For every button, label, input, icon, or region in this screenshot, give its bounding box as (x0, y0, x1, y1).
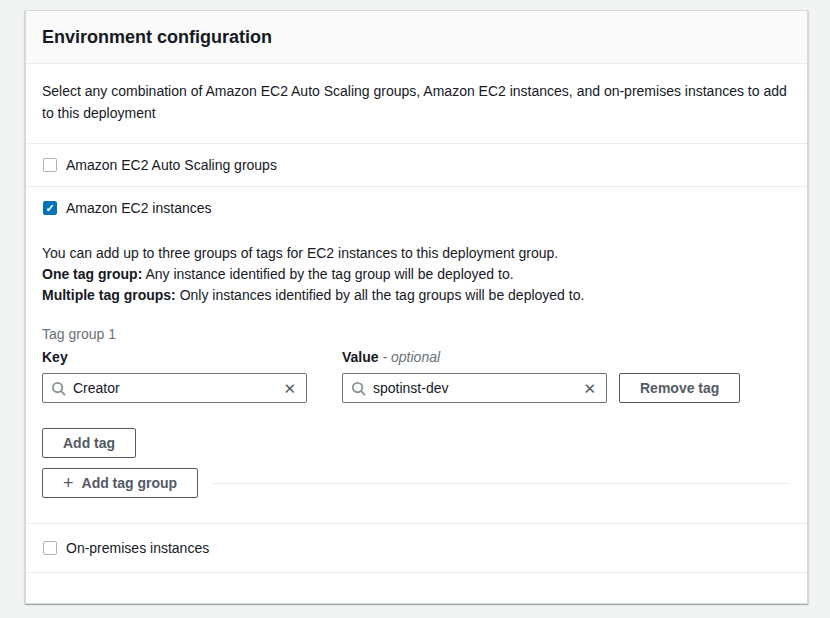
on-premises-checkbox-label[interactable]: On-premises instances (66, 540, 209, 556)
tag-help-line-3: Multiple tag groups: Only instances iden… (42, 285, 791, 306)
search-icon (51, 381, 66, 396)
divider (26, 572, 807, 573)
add-tag-group-button[interactable]: +Add tag group (42, 468, 198, 498)
intro-text: Select any combination of Amazon EC2 Aut… (42, 80, 791, 124)
checkmark-icon: ✓ (45, 203, 54, 214)
checkbox-row-on-premises: On-premises instances (42, 524, 791, 572)
auto-scaling-checkbox-label[interactable]: Amazon EC2 Auto Scaling groups (66, 157, 277, 173)
checkbox-row-auto-scaling: Amazon EC2 Auto Scaling groups (42, 144, 791, 186)
panel-title: Environment configuration (42, 27, 787, 48)
value-optional-suffix: - optional (382, 349, 440, 365)
ec2-instances-checkbox[interactable]: ✓ (43, 201, 57, 215)
environment-configuration-panel: Environment configuration Select any com… (25, 10, 808, 604)
remove-tag-button[interactable]: Remove tag (619, 373, 740, 403)
add-tag-group-divider (212, 483, 789, 484)
ec2-instances-checkbox-label[interactable]: Amazon EC2 instances (66, 200, 212, 216)
tag-value-field: ✕ (342, 373, 607, 403)
tag-help-line-2: One tag group: Any instance identified b… (42, 264, 791, 285)
search-icon (351, 381, 366, 396)
tag-value-input[interactable] (373, 380, 581, 396)
tag-help-line-1: You can add up to three groups of tags f… (42, 243, 791, 264)
tag-key-column: Key ✕ (42, 348, 307, 403)
on-premises-checkbox[interactable] (43, 541, 57, 555)
key-label: Key (42, 348, 307, 366)
add-tag-group-row: +Add tag group (42, 468, 791, 498)
checkbox-row-ec2-instances: ✓ Amazon EC2 instances (42, 187, 791, 229)
clear-value-icon[interactable]: ✕ (581, 379, 598, 398)
add-tag-button[interactable]: Add tag (42, 428, 136, 458)
panel-header: Environment configuration (26, 11, 807, 64)
add-tag-row: Add tag (42, 428, 791, 458)
auto-scaling-checkbox[interactable] (43, 158, 57, 172)
plus-icon: + (63, 474, 74, 492)
value-label: Value - optional (342, 348, 607, 366)
tag-row: Key ✕ Value - optional (42, 348, 791, 403)
tag-group-title: Tag group 1 (42, 324, 791, 344)
tag-remove-column: Remove tag (619, 373, 740, 403)
tag-help-text: You can add up to three groups of tags f… (42, 243, 791, 306)
tag-key-field: ✕ (42, 373, 307, 403)
tag-key-input[interactable] (73, 380, 281, 396)
panel-body: Select any combination of Amazon EC2 Aut… (26, 64, 807, 587)
tag-value-column: Value - optional ✕ (342, 348, 607, 403)
clear-key-icon[interactable]: ✕ (281, 379, 298, 398)
